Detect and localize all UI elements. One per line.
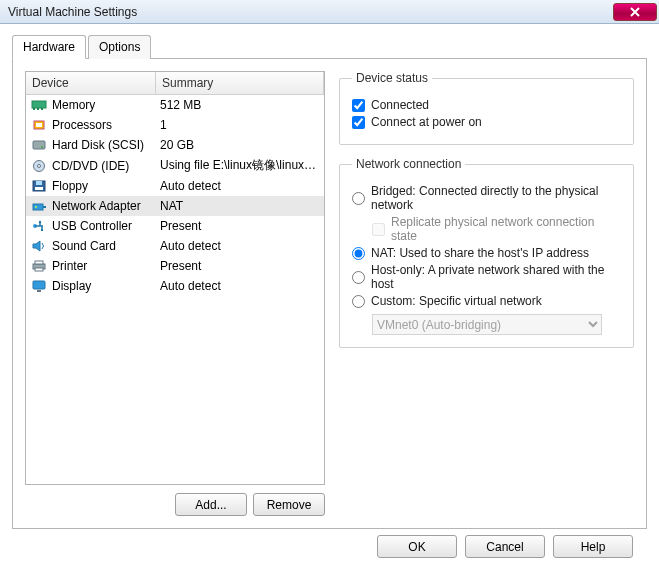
svg-rect-20 — [35, 261, 43, 264]
svg-rect-11 — [36, 181, 42, 185]
sound-icon — [30, 238, 48, 254]
tab-body: Device Summary Memory512 MBProcessors1Ha… — [12, 59, 647, 529]
device-list[interactable]: Device Summary Memory512 MBProcessors1Ha… — [25, 71, 325, 485]
svg-rect-1 — [33, 108, 35, 110]
remove-button[interactable]: Remove — [253, 493, 325, 516]
hdd-icon — [30, 137, 48, 153]
network-connection-group: Network connection Bridged: Connected di… — [339, 157, 634, 348]
ok-button[interactable]: OK — [377, 535, 457, 558]
bridged-radio[interactable]: Bridged: Connected directly to the physi… — [352, 184, 621, 212]
device-row-sound[interactable]: Sound CardAuto detect — [26, 236, 324, 256]
dialog-footer: OK Cancel Help — [12, 529, 647, 558]
floppy-icon — [30, 178, 48, 194]
device-row-hdd[interactable]: Hard Disk (SCSI)20 GB — [26, 135, 324, 155]
custom-input[interactable] — [352, 295, 365, 308]
device-summary: Using file E:\linux镜像\linuxS... — [160, 157, 320, 174]
hostonly-input[interactable] — [352, 271, 365, 284]
hostonly-label: Host-only: A private network shared with… — [371, 263, 621, 291]
svg-rect-12 — [35, 187, 43, 190]
device-row-printer[interactable]: PrinterPresent — [26, 256, 324, 276]
svg-rect-0 — [32, 101, 46, 108]
device-row-memory[interactable]: Memory512 MB — [26, 95, 324, 115]
device-buttons: Add... Remove — [25, 493, 325, 516]
device-name: Printer — [52, 259, 160, 273]
svg-rect-2 — [37, 108, 39, 110]
device-name: CD/DVD (IDE) — [52, 159, 160, 173]
device-summary: Present — [160, 219, 320, 233]
tab-options[interactable]: Options — [88, 35, 151, 59]
left-pane: Device Summary Memory512 MBProcessors1Ha… — [25, 71, 325, 516]
svg-point-7 — [41, 146, 43, 148]
device-summary: 512 MB — [160, 98, 320, 112]
device-summary: Present — [160, 259, 320, 273]
device-summary: NAT — [160, 199, 320, 213]
device-name: Sound Card — [52, 239, 160, 253]
device-name: Memory — [52, 98, 160, 112]
device-row-display[interactable]: DisplayAuto detect — [26, 276, 324, 296]
device-summary: 20 GB — [160, 138, 320, 152]
vnet-wrapper: VMnet0 (Auto-bridging) — [372, 314, 621, 335]
vnet-select: VMnet0 (Auto-bridging) — [372, 314, 602, 335]
cancel-button[interactable]: Cancel — [465, 535, 545, 558]
svg-rect-14 — [43, 206, 46, 208]
device-summary: 1 — [160, 118, 320, 132]
device-row-net[interactable]: Network AdapterNAT — [26, 196, 324, 216]
svg-rect-13 — [33, 204, 43, 210]
hostonly-radio[interactable]: Host-only: A private network shared with… — [352, 263, 621, 291]
close-icon — [629, 7, 641, 17]
svg-point-17 — [39, 221, 41, 223]
nat-radio[interactable]: NAT: Used to share the host's IP address — [352, 246, 621, 260]
add-button[interactable]: Add... — [175, 493, 247, 516]
col-device[interactable]: Device — [26, 72, 156, 94]
svg-point-15 — [35, 206, 37, 208]
nat-input[interactable] — [352, 247, 365, 260]
window-title: Virtual Machine Settings — [8, 5, 137, 19]
connected-checkbox[interactable]: Connected — [352, 98, 621, 112]
device-row-floppy[interactable]: FloppyAuto detect — [26, 176, 324, 196]
device-row-usb[interactable]: USB ControllerPresent — [26, 216, 324, 236]
svg-point-9 — [38, 164, 41, 167]
memory-icon — [30, 97, 48, 113]
device-name: Floppy — [52, 179, 160, 193]
connect-poweron-input[interactable] — [352, 116, 365, 129]
device-name: Hard Disk (SCSI) — [52, 138, 160, 152]
svg-rect-5 — [36, 123, 42, 127]
client-area: Hardware Options Device Summary Memory51… — [0, 24, 659, 566]
close-button[interactable] — [613, 3, 657, 21]
bridged-label: Bridged: Connected directly to the physi… — [371, 184, 621, 212]
connected-label: Connected — [371, 98, 429, 112]
device-name: Display — [52, 279, 160, 293]
custom-radio[interactable]: Custom: Specific virtual network — [352, 294, 621, 308]
custom-label: Custom: Specific virtual network — [371, 294, 542, 308]
device-name: Network Adapter — [52, 199, 160, 213]
tabstrip: Hardware Options — [12, 34, 647, 59]
connected-input[interactable] — [352, 99, 365, 112]
titlebar: Virtual Machine Settings — [0, 0, 659, 24]
display-icon — [30, 278, 48, 294]
device-status-legend: Device status — [352, 71, 432, 85]
right-pane: Device status Connected Connect at power… — [339, 71, 634, 516]
replicate-label: Replicate physical network connection st… — [391, 215, 621, 243]
col-summary[interactable]: Summary — [156, 72, 324, 94]
bridged-input[interactable] — [352, 192, 365, 205]
svg-rect-21 — [35, 268, 43, 271]
usb-icon — [30, 218, 48, 234]
device-summary: Auto detect — [160, 179, 320, 193]
net-icon — [30, 198, 48, 214]
tab-hardware[interactable]: Hardware — [12, 35, 86, 59]
svg-rect-23 — [37, 290, 41, 292]
connect-poweron-checkbox[interactable]: Connect at power on — [352, 115, 621, 129]
svg-rect-3 — [41, 108, 43, 110]
device-row-cpu[interactable]: Processors1 — [26, 115, 324, 135]
network-connection-legend: Network connection — [352, 157, 465, 171]
cpu-icon — [30, 117, 48, 133]
device-summary: Auto detect — [160, 279, 320, 293]
connect-poweron-label: Connect at power on — [371, 115, 482, 129]
device-name: USB Controller — [52, 219, 160, 233]
help-button[interactable]: Help — [553, 535, 633, 558]
cd-icon — [30, 158, 48, 174]
svg-rect-22 — [33, 281, 45, 289]
device-row-cd[interactable]: CD/DVD (IDE)Using file E:\linux镜像\linuxS… — [26, 155, 324, 176]
nat-label: NAT: Used to share the host's IP address — [371, 246, 589, 260]
printer-icon — [30, 258, 48, 274]
